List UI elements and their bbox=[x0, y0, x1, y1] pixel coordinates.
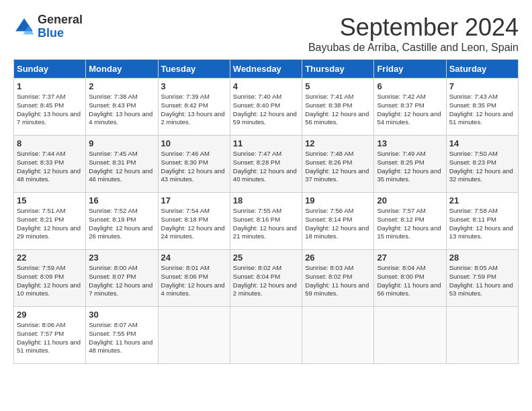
day-number: 7 bbox=[449, 81, 515, 91]
cell-content: Sunrise: 7:59 AMSunset: 8:09 PMDaylight:… bbox=[17, 264, 83, 298]
day-number: 6 bbox=[377, 81, 443, 91]
day-number: 29 bbox=[17, 310, 83, 320]
day-number: 26 bbox=[305, 253, 371, 263]
table-cell: 16Sunrise: 7:52 AMSunset: 8:19 PMDayligh… bbox=[86, 193, 158, 250]
calendar-row: 15Sunrise: 7:51 AMSunset: 8:21 PMDayligh… bbox=[14, 193, 519, 250]
page-header: General Blue September 2024 Bayubas de A… bbox=[13, 13, 519, 54]
table-cell: 12Sunrise: 7:48 AMSunset: 8:26 PMDayligh… bbox=[302, 136, 374, 193]
calendar-row: 29Sunrise: 8:06 AMSunset: 7:57 PMDayligh… bbox=[14, 307, 519, 364]
day-number: 21 bbox=[449, 195, 515, 205]
table-cell: 20Sunrise: 7:57 AMSunset: 8:12 PMDayligh… bbox=[374, 193, 446, 250]
cell-content: Sunrise: 8:03 AMSunset: 8:02 PMDaylight:… bbox=[305, 264, 371, 298]
table-cell: 19Sunrise: 7:56 AMSunset: 8:14 PMDayligh… bbox=[302, 193, 374, 250]
day-number: 14 bbox=[449, 138, 515, 148]
col-sunday: Sunday bbox=[14, 60, 86, 79]
col-thursday: Thursday bbox=[302, 60, 374, 79]
table-cell: 22Sunrise: 7:59 AMSunset: 8:09 PMDayligh… bbox=[14, 250, 86, 307]
table-cell: 26Sunrise: 8:03 AMSunset: 8:02 PMDayligh… bbox=[302, 250, 374, 307]
table-cell: 15Sunrise: 7:51 AMSunset: 8:21 PMDayligh… bbox=[14, 193, 86, 250]
table-cell: 6Sunrise: 7:42 AMSunset: 8:37 PMDaylight… bbox=[374, 79, 446, 136]
calendar-table: Sunday Monday Tuesday Wednesday Thursday… bbox=[13, 59, 519, 364]
cell-content: Sunrise: 7:50 AMSunset: 8:23 PMDaylight:… bbox=[449, 150, 515, 184]
cell-content: Sunrise: 7:39 AMSunset: 8:42 PMDaylight:… bbox=[161, 93, 227, 127]
day-number: 16 bbox=[89, 195, 154, 205]
cell-content: Sunrise: 7:38 AMSunset: 8:43 PMDaylight:… bbox=[89, 93, 154, 127]
cell-content: Sunrise: 8:01 AMSunset: 8:06 PMDaylight:… bbox=[161, 264, 227, 298]
table-cell bbox=[446, 307, 518, 364]
cell-content: Sunrise: 8:05 AMSunset: 7:59 PMDaylight:… bbox=[449, 264, 515, 298]
col-tuesday: Tuesday bbox=[158, 60, 230, 79]
table-cell: 8Sunrise: 7:44 AMSunset: 8:33 PMDaylight… bbox=[14, 136, 86, 193]
day-number: 8 bbox=[17, 138, 83, 148]
table-cell: 2Sunrise: 7:38 AMSunset: 8:43 PMDaylight… bbox=[86, 79, 158, 136]
day-number: 28 bbox=[449, 253, 515, 263]
cell-content: Sunrise: 8:06 AMSunset: 7:57 PMDaylight:… bbox=[17, 321, 83, 355]
table-cell: 3Sunrise: 7:39 AMSunset: 8:42 PMDaylight… bbox=[158, 79, 230, 136]
header-row: Sunday Monday Tuesday Wednesday Thursday… bbox=[14, 60, 519, 79]
table-cell: 29Sunrise: 8:06 AMSunset: 7:57 PMDayligh… bbox=[14, 307, 86, 364]
cell-content: Sunrise: 8:00 AMSunset: 8:07 PMDaylight:… bbox=[89, 264, 154, 298]
cell-content: Sunrise: 7:41 AMSunset: 8:38 PMDaylight:… bbox=[305, 93, 371, 127]
cell-content: Sunrise: 7:44 AMSunset: 8:33 PMDaylight:… bbox=[17, 150, 83, 184]
cell-content: Sunrise: 8:02 AMSunset: 8:04 PMDaylight:… bbox=[233, 264, 299, 298]
table-cell: 30Sunrise: 8:07 AMSunset: 7:55 PMDayligh… bbox=[86, 307, 158, 364]
logo-blue-text: Blue bbox=[38, 27, 83, 40]
table-cell: 11Sunrise: 7:47 AMSunset: 8:28 PMDayligh… bbox=[230, 136, 302, 193]
day-number: 19 bbox=[305, 195, 371, 205]
cell-content: Sunrise: 8:07 AMSunset: 7:55 PMDaylight:… bbox=[89, 321, 154, 355]
day-number: 23 bbox=[89, 253, 154, 263]
cell-content: Sunrise: 7:52 AMSunset: 8:19 PMDaylight:… bbox=[89, 207, 154, 241]
col-friday: Friday bbox=[374, 60, 446, 79]
cell-content: Sunrise: 7:47 AMSunset: 8:28 PMDaylight:… bbox=[233, 150, 299, 184]
table-cell: 7Sunrise: 7:43 AMSunset: 8:35 PMDaylight… bbox=[446, 79, 518, 136]
day-number: 13 bbox=[377, 138, 443, 148]
day-number: 9 bbox=[89, 138, 154, 148]
table-cell bbox=[374, 307, 446, 364]
table-cell: 28Sunrise: 8:05 AMSunset: 7:59 PMDayligh… bbox=[446, 250, 518, 307]
day-number: 4 bbox=[233, 81, 299, 91]
day-number: 30 bbox=[89, 310, 154, 320]
table-cell: 13Sunrise: 7:49 AMSunset: 8:25 PMDayligh… bbox=[374, 136, 446, 193]
day-number: 20 bbox=[377, 195, 443, 205]
cell-content: Sunrise: 7:37 AMSunset: 8:45 PMDaylight:… bbox=[17, 93, 83, 127]
day-number: 24 bbox=[161, 253, 227, 263]
table-cell: 27Sunrise: 8:04 AMSunset: 8:00 PMDayligh… bbox=[374, 250, 446, 307]
table-cell: 9Sunrise: 7:45 AMSunset: 8:31 PMDaylight… bbox=[86, 136, 158, 193]
table-cell: 24Sunrise: 8:01 AMSunset: 8:06 PMDayligh… bbox=[158, 250, 230, 307]
cell-content: Sunrise: 7:57 AMSunset: 8:12 PMDaylight:… bbox=[377, 207, 443, 241]
col-wednesday: Wednesday bbox=[230, 60, 302, 79]
cell-content: Sunrise: 7:45 AMSunset: 8:31 PMDaylight:… bbox=[89, 150, 154, 184]
table-cell: 14Sunrise: 7:50 AMSunset: 8:23 PMDayligh… bbox=[446, 136, 518, 193]
cell-content: Sunrise: 7:48 AMSunset: 8:26 PMDaylight:… bbox=[305, 150, 371, 184]
day-number: 17 bbox=[161, 195, 227, 205]
day-number: 25 bbox=[233, 253, 299, 263]
day-number: 3 bbox=[161, 81, 227, 91]
table-cell: 18Sunrise: 7:55 AMSunset: 8:16 PMDayligh… bbox=[230, 193, 302, 250]
calendar-row: 1Sunrise: 7:37 AMSunset: 8:45 PMDaylight… bbox=[14, 79, 519, 136]
cell-content: Sunrise: 8:04 AMSunset: 8:00 PMDaylight:… bbox=[377, 264, 443, 298]
table-cell bbox=[230, 307, 302, 364]
col-saturday: Saturday bbox=[446, 60, 518, 79]
month-title: September 2024 bbox=[308, 13, 519, 42]
day-number: 5 bbox=[305, 81, 371, 91]
table-cell: 10Sunrise: 7:46 AMSunset: 8:30 PMDayligh… bbox=[158, 136, 230, 193]
day-number: 27 bbox=[377, 253, 443, 263]
title-area: September 2024 Bayubas de Arriba, Castil… bbox=[308, 13, 519, 54]
day-number: 2 bbox=[89, 81, 154, 91]
calendar-row: 8Sunrise: 7:44 AMSunset: 8:33 PMDaylight… bbox=[14, 136, 519, 193]
table-cell: 17Sunrise: 7:54 AMSunset: 8:18 PMDayligh… bbox=[158, 193, 230, 250]
table-cell bbox=[158, 307, 230, 364]
cell-content: Sunrise: 7:58 AMSunset: 8:11 PMDaylight:… bbox=[449, 207, 515, 241]
cell-content: Sunrise: 7:40 AMSunset: 8:40 PMDaylight:… bbox=[233, 93, 299, 127]
table-cell: 1Sunrise: 7:37 AMSunset: 8:45 PMDaylight… bbox=[14, 79, 86, 136]
cell-content: Sunrise: 7:56 AMSunset: 8:14 PMDaylight:… bbox=[305, 207, 371, 241]
cell-content: Sunrise: 7:43 AMSunset: 8:35 PMDaylight:… bbox=[449, 93, 515, 127]
day-number: 15 bbox=[17, 195, 83, 205]
col-monday: Monday bbox=[86, 60, 158, 79]
table-cell: 21Sunrise: 7:58 AMSunset: 8:11 PMDayligh… bbox=[446, 193, 518, 250]
cell-content: Sunrise: 7:55 AMSunset: 8:16 PMDaylight:… bbox=[233, 207, 299, 241]
logo-general-text: General bbox=[38, 13, 83, 27]
day-number: 12 bbox=[305, 138, 371, 148]
day-number: 1 bbox=[17, 81, 83, 91]
cell-content: Sunrise: 7:51 AMSunset: 8:21 PMDaylight:… bbox=[17, 207, 83, 241]
